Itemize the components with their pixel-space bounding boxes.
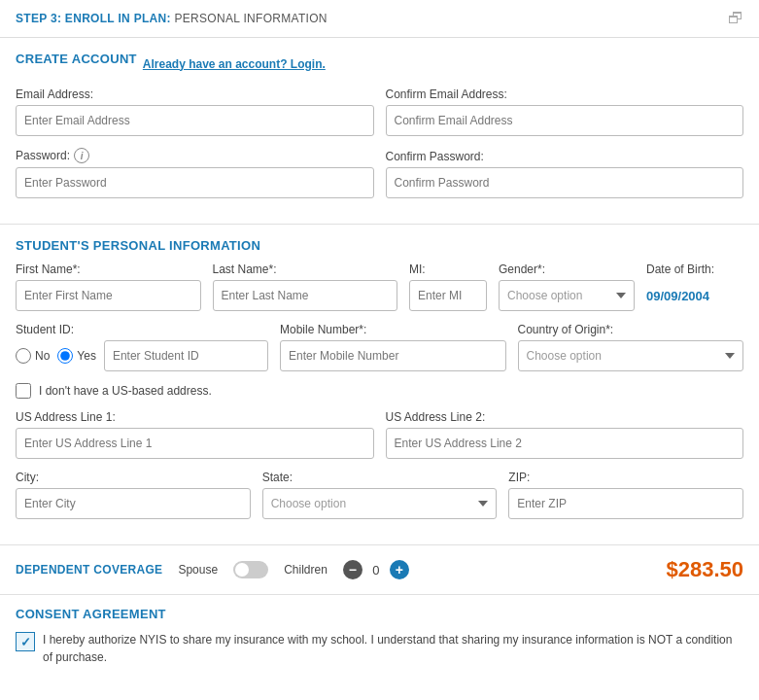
radio-yes-label: Yes — [77, 349, 96, 363]
consent-row: ✓ I hereby authorize NYIS to share my in… — [16, 631, 743, 666]
no-us-address-label: I don't have a US-based address. — [39, 384, 212, 398]
page-header: STEP 3: ENROLL IN PLAN: PERSONAL INFORMA… — [0, 0, 759, 38]
gender-group: Gender*: Choose option Male Female Other — [499, 262, 635, 311]
first-name-input[interactable] — [16, 280, 201, 311]
confirm-email-input[interactable] — [386, 105, 744, 136]
first-name-group: First Name*: — [16, 262, 201, 311]
radio-yes[interactable] — [57, 348, 73, 364]
dob-value: 09/09/2004 — [646, 280, 743, 311]
first-name-label: First Name*: — [16, 262, 201, 276]
step-title: STEP 3: ENROLL IN PLAN: PERSONAL INFORMA… — [16, 12, 328, 25]
zip-group: ZIP: — [508, 471, 743, 519]
personal-info-title: STUDENT'S PERSONAL INFORMATION — [16, 238, 743, 253]
radio-no-group: No — [16, 348, 50, 364]
email-input[interactable] — [16, 105, 374, 136]
zip-input[interactable] — [508, 488, 743, 519]
dependent-coverage-title: DEPENDENT COVERAGE — [16, 563, 162, 577]
gender-label: Gender*: — [499, 262, 635, 276]
no-us-address-row: I don't have a US-based address. — [16, 383, 743, 399]
radio-yes-group: Yes — [57, 348, 96, 364]
zip-label: ZIP: — [508, 471, 743, 484]
address1-label: US Address Line 1: — [16, 410, 374, 424]
student-id-group: Student ID: No Yes — [16, 323, 268, 371]
mi-input[interactable] — [409, 280, 487, 311]
city-state-zip-row: City: State: Choose option Alabama Alask… — [16, 471, 743, 519]
password-input[interactable] — [16, 167, 374, 198]
country-select[interactable]: Choose option United States Canada Mexic… — [518, 340, 744, 371]
password-label: Password: — [16, 149, 70, 162]
spouse-toggle-slider — [233, 561, 268, 578]
confirm-email-group: Confirm Email Address: — [386, 88, 744, 136]
dependent-coverage-section: DEPENDENT COVERAGE Spouse Children − 0 +… — [0, 545, 759, 595]
email-row: Email Address: Confirm Email Address: — [16, 88, 743, 136]
student-id-row: Student ID: No Yes Mobile Number*: Count… — [16, 323, 743, 371]
mi-label: MI: — [409, 262, 487, 276]
radio-no-label: No — [35, 349, 50, 363]
spouse-toggle[interactable] — [233, 561, 268, 578]
address1-input[interactable] — [16, 428, 374, 459]
personal-info-section: STUDENT'S PERSONAL INFORMATION First Nam… — [0, 225, 759, 545]
consent-checkbox[interactable]: ✓ — [16, 632, 35, 651]
already-have-account-link[interactable]: Already have an account? Login. — [143, 57, 326, 71]
children-counter: − 0 + — [343, 560, 409, 579]
password-group: Password: i — [16, 148, 374, 198]
address-row-1: US Address Line 1: US Address Line 2: — [16, 410, 743, 459]
country-label: Country of Origin*: — [518, 323, 744, 336]
no-us-address-checkbox[interactable] — [16, 383, 31, 399]
student-id-input[interactable] — [104, 340, 268, 371]
state-group: State: Choose option Alabama Alaska Ariz… — [262, 471, 498, 519]
spouse-label: Spouse — [178, 563, 218, 577]
confirm-password-input[interactable] — [386, 167, 744, 198]
create-account-title: CREATE ACCOUNT — [16, 52, 137, 66]
password-info-icon[interactable]: i — [74, 148, 89, 163]
address2-group: US Address Line 2: — [386, 410, 744, 459]
share-icon[interactable]: 🗗 — [728, 10, 743, 27]
email-label: Email Address: — [16, 88, 374, 101]
name-row: First Name*: Last Name*: MI: Gender*: Ch… — [16, 262, 743, 311]
last-name-input[interactable] — [213, 280, 398, 311]
city-input[interactable] — [16, 488, 251, 519]
password-row: Password: i Confirm Password: — [16, 148, 743, 198]
email-group: Email Address: — [16, 88, 374, 136]
confirm-email-label: Confirm Email Address: — [386, 88, 744, 101]
student-id-label: Student ID: — [16, 323, 268, 336]
last-name-label: Last Name*: — [213, 262, 398, 276]
dob-group: Date of Birth: 09/09/2004 — [646, 262, 743, 311]
city-label: City: — [16, 471, 251, 484]
create-account-section: CREATE ACCOUNT Already have an account? … — [0, 38, 759, 225]
address1-group: US Address Line 1: — [16, 410, 374, 459]
mobile-label: Mobile Number*: — [280, 323, 506, 336]
children-label: Children — [284, 563, 328, 577]
consent-section: CONSENT AGREEMENT ✓ I hereby authorize N… — [0, 595, 759, 678]
address2-label: US Address Line 2: — [386, 410, 744, 424]
children-decrement-button[interactable]: − — [343, 560, 362, 579]
children-count: 0 — [368, 563, 384, 578]
gender-select[interactable]: Choose option Male Female Other — [499, 280, 635, 311]
mobile-group: Mobile Number*: — [280, 323, 506, 371]
children-increment-button[interactable]: + — [390, 560, 409, 579]
mi-group: MI: — [409, 262, 487, 311]
confirm-password-label: Confirm Password: — [386, 150, 744, 163]
consent-title: CONSENT AGREEMENT — [16, 607, 743, 621]
state-label: State: — [262, 471, 498, 484]
price-display: $283.50 — [666, 557, 743, 582]
consent-text: I hereby authorize NYIS to share my insu… — [43, 631, 743, 666]
radio-no[interactable] — [16, 348, 31, 364]
state-select[interactable]: Choose option Alabama Alaska Arizona Cal… — [262, 488, 498, 519]
consent-checkmark: ✓ — [20, 635, 31, 649]
mobile-input[interactable] — [280, 340, 506, 371]
dob-label: Date of Birth: — [646, 262, 743, 276]
confirm-password-group: Confirm Password: — [386, 150, 744, 198]
address2-input[interactable] — [386, 428, 744, 459]
country-group: Country of Origin*: Choose option United… — [518, 323, 744, 371]
last-name-group: Last Name*: — [213, 262, 398, 311]
city-group: City: — [16, 471, 251, 519]
